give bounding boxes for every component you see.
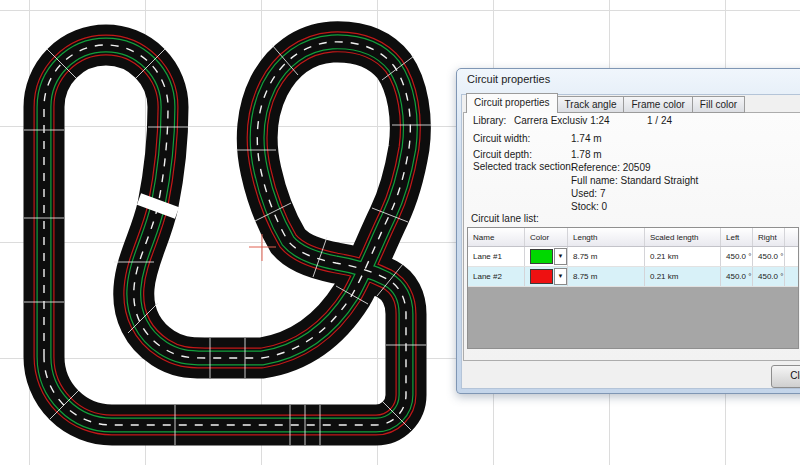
lane1-left-angle: 450.0 °	[721, 247, 753, 266]
library-label: Library:	[473, 115, 506, 126]
lane1-color-cell: ▼	[525, 247, 568, 266]
lane-line-red	[44, 42, 410, 425]
lane2-color-swatch[interactable]	[530, 269, 553, 284]
col-header-color[interactable]: Color	[525, 228, 568, 246]
library-value: Carrera Exclusiv 1:24	[514, 115, 610, 126]
selected-full-name: Full name: Standard Straight	[571, 174, 698, 187]
tab-frame-color[interactable]: Frame color	[624, 96, 692, 113]
lane-list-label: Circuit lane list:	[471, 213, 539, 224]
close-button[interactable]: Close	[771, 365, 800, 388]
tab-track-angle[interactable]: Track angle	[558, 96, 625, 113]
selected-used: Used: 7	[571, 187, 698, 200]
lane-row-2-selected[interactable]: Lane #2 ▼ 8.75 m 0.21 km 450.0 ° 450.0 °	[468, 267, 798, 287]
app-canvas: { "canvas": { "track": { "surface": "#0d…	[0, 0, 800, 465]
lane2-length: 8.75 m	[568, 267, 645, 286]
circuit-depth-value: 1.78 m	[571, 149, 602, 160]
circuit-properties-dialog: Circuit properties Circuit properties Tr…	[456, 68, 800, 394]
lane-row-1[interactable]: Lane #1 ▼ 8.75 m 0.21 km 450.0 ° 450.0 °	[468, 247, 798, 267]
col-header-left[interactable]: Left	[721, 228, 753, 246]
circuit-width-label: Circuit width:	[473, 133, 530, 144]
lane1-length: 8.75 m	[568, 247, 645, 266]
chevron-down-icon: ▼	[557, 273, 563, 279]
tab-circuit-properties[interactable]: Circuit properties	[466, 93, 558, 113]
lane2-scaled-length: 0.21 km	[645, 267, 721, 286]
lane-table-header: Name Color Length Scaled length Left Rig…	[468, 228, 798, 247]
lane2-left-angle: 450.0 °	[721, 267, 753, 286]
lane1-color-swatch[interactable]	[530, 249, 553, 264]
tab-strip: Circuit properties Track angle Frame col…	[466, 96, 745, 113]
circuit-depth-label: Circuit depth:	[473, 149, 532, 160]
col-header-right[interactable]: Right	[753, 228, 785, 246]
lane2-color-dropdown[interactable]: ▼	[554, 268, 567, 285]
lane2-right-angle: 450.0 °	[753, 267, 785, 286]
circuit-width-value: 1.74 m	[571, 133, 602, 144]
dialog-titlebar[interactable]: Circuit properties	[467, 73, 550, 85]
lane1-scaled-length: 0.21 km	[645, 247, 721, 266]
lane-list-table: Name Color Length Scaled length Left Rig…	[467, 227, 799, 349]
selected-reference: Reference: 20509	[571, 161, 698, 174]
chevron-down-icon: ▼	[557, 253, 563, 259]
slot-track[interactable]	[24, 42, 432, 445]
selected-stock: Stock: 0	[571, 200, 698, 213]
col-header-filler	[785, 228, 798, 246]
col-header-name[interactable]: Name	[468, 228, 525, 246]
selected-section-details: Reference: 20509 Full name: Standard Str…	[571, 161, 698, 213]
library-scale: 1 / 24	[647, 115, 672, 126]
selected-section-label: Selected track section:	[473, 161, 574, 172]
lane2-color-cell: ▼	[525, 267, 568, 286]
lane2-name: Lane #2	[468, 267, 525, 286]
col-header-length[interactable]: Length	[568, 228, 645, 246]
lane1-name: Lane #1	[468, 247, 525, 266]
lane1-color-dropdown[interactable]: ▼	[554, 248, 567, 265]
col-header-scaled-length[interactable]: Scaled length	[645, 228, 721, 246]
tab-fill-color[interactable]: Fill color	[693, 96, 745, 113]
lane1-right-angle: 450.0 °	[753, 247, 785, 266]
